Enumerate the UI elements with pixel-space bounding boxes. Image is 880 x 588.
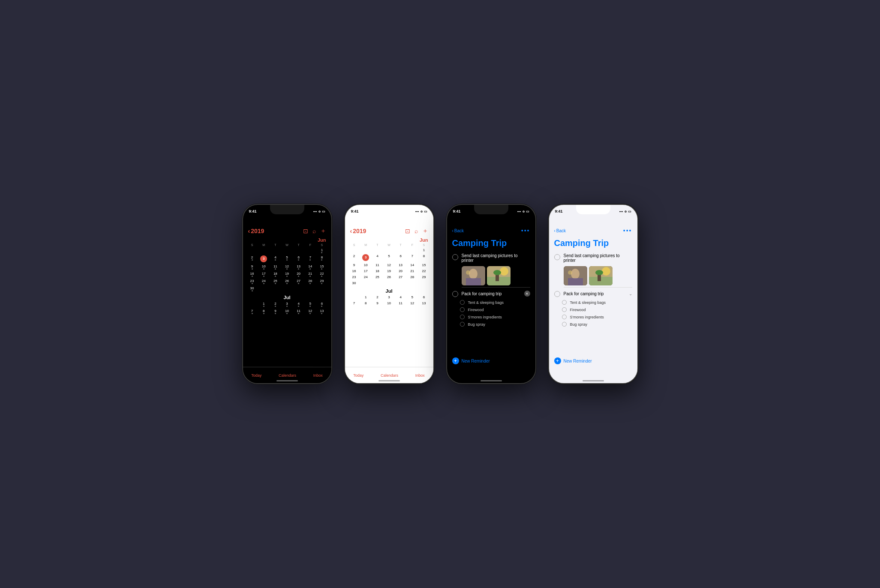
- svg-point-10: [571, 269, 580, 279]
- status-time-2: 9:41: [351, 209, 359, 213]
- rem-sub-checkbox-bugspray-3[interactable]: [460, 322, 465, 327]
- phone-3: 9:41 ▪▪▪ ⌾ ▭ ‹ Back ••• Camping Trip: [446, 204, 536, 384]
- cal-add-icon-2[interactable]: ＋: [422, 227, 428, 235]
- battery-icon-3: ▭: [526, 210, 529, 213]
- tab-today-1[interactable]: Today: [251, 373, 261, 378]
- phone-4: 9:41 ▪▪▪ ⌾ ▭ ‹ Back ••• Camping Trip: [548, 204, 638, 384]
- wifi-icon-4: ⌾: [625, 210, 627, 213]
- rem-sub-text-firewood-3: Firewood: [468, 308, 484, 312]
- dow-s: S: [246, 243, 258, 246]
- rem-sub-checkbox-tent-3[interactable]: [460, 300, 465, 305]
- tab-calendars-1[interactable]: Calendars: [279, 373, 296, 378]
- cal-year-2[interactable]: ‹ 2019: [350, 228, 366, 234]
- rem-sub-firewood-4: Firewood: [549, 306, 637, 313]
- signal-icon-3: ▪▪▪: [517, 210, 521, 213]
- signal-icon-4: ▪▪▪: [619, 210, 623, 213]
- dow-f: F: [304, 243, 316, 246]
- cal-magnify-icon-1[interactable]: ⌕: [312, 228, 316, 234]
- cal-search-icon-2[interactable]: ⊡: [405, 228, 410, 234]
- rem-image-1-4: [564, 266, 587, 285]
- plus-icon-4: +: [554, 357, 561, 364]
- wifi-icon-1: ⌾: [318, 210, 321, 213]
- expand-chevron-4[interactable]: ⌄: [629, 291, 632, 296]
- rem-sub-checkbox-firewood-3[interactable]: [460, 307, 465, 312]
- cal-add-icon-1[interactable]: ＋: [320, 227, 326, 235]
- new-reminder-label-3: New Reminder: [462, 359, 490, 363]
- cal-grid-1: Jun S M T W T F S 1 2345678 910111213141…: [243, 237, 331, 315]
- wifi-icon-3: ⌾: [523, 210, 525, 213]
- cal-month-jun-2: Jun: [348, 237, 430, 243]
- cal-back-chevron-2: ‹: [350, 228, 352, 234]
- back-button-4[interactable]: ‹ Back: [554, 228, 566, 233]
- dow-t2: T: [293, 243, 304, 246]
- svg-point-3: [466, 270, 470, 275]
- rem-title-4: Camping Trip: [549, 237, 637, 252]
- svg-point-15: [602, 267, 610, 276]
- more-menu-4[interactable]: •••: [623, 227, 632, 234]
- remove-badge-3[interactable]: ✕: [524, 291, 530, 297]
- cal-month-jul-2: Jul: [348, 288, 430, 294]
- rem-sub-checkbox-tent-4[interactable]: [562, 300, 567, 305]
- separator-3a: [462, 287, 530, 288]
- notch-4: [576, 205, 610, 214]
- tab-inbox-1[interactable]: Inbox: [313, 373, 323, 378]
- status-time-3: 9:41: [453, 209, 461, 213]
- rem-checkbox-send-4[interactable]: [554, 254, 560, 260]
- svg-point-12: [568, 270, 572, 275]
- rem-checkbox-send-3[interactable]: [452, 254, 458, 260]
- rem-nav-3: ‹ Back •••: [447, 215, 535, 237]
- svg-rect-11: [568, 278, 583, 285]
- new-reminder-4[interactable]: + New Reminder: [554, 357, 592, 364]
- phone-body-2: 9:41 ▪▪▪ ⌾ ▭ ‹ 2019 ⊡ ⌕: [344, 204, 434, 384]
- rem-sub-text-smores-3: S'mores ingredients: [468, 315, 502, 319]
- home-indicator-2: [378, 380, 400, 381]
- tab-inbox-2[interactable]: Inbox: [415, 373, 425, 378]
- cal-header-2: ‹ 2019 ⊡ ⌕ ＋: [345, 215, 433, 237]
- rem-text-send-3: Send last camping pictures to printer: [462, 253, 530, 263]
- tab-today-2[interactable]: Today: [353, 373, 363, 378]
- cal-header-1: ‹ 2019 ⊡ ⌕ ＋: [243, 215, 331, 237]
- rem-checkbox-pack-4[interactable]: [554, 291, 560, 297]
- cal-grid-2: Jun S M T W T F S 1 2345678 910111213141…: [345, 237, 433, 306]
- phone-2: 9:41 ▪▪▪ ⌾ ▭ ‹ 2019 ⊡ ⌕: [344, 204, 434, 384]
- status-time-4: 9:41: [555, 209, 563, 213]
- new-reminder-3[interactable]: + New Reminder: [452, 357, 490, 364]
- rem-checkbox-pack-3[interactable]: [452, 291, 458, 297]
- rem-sub-text-firewood-4: Firewood: [570, 308, 586, 312]
- notch-3: [474, 205, 508, 214]
- dow-row-2: S M T W T F S: [348, 243, 430, 246]
- phone-body-3: 9:41 ▪▪▪ ⌾ ▭ ‹ Back ••• Camping Trip: [446, 204, 536, 384]
- new-reminder-label-4: New Reminder: [564, 359, 592, 363]
- cal-year-label-1: 2019: [251, 228, 264, 234]
- notch-2: [372, 205, 406, 214]
- rem-sub-checkbox-smores-4[interactable]: [562, 315, 567, 319]
- status-icons-2: ▪▪▪ ⌾ ▭: [415, 210, 427, 213]
- rem-nav-4: ‹ Back •••: [549, 215, 637, 237]
- cal-search-icon-1[interactable]: ⊡: [303, 228, 308, 234]
- rem-sub-checkbox-smores-3[interactable]: [460, 315, 465, 319]
- svg-point-8: [493, 270, 501, 275]
- rem-sub-text-smores-4: S'mores ingredients: [570, 315, 604, 319]
- rem-sub-smores-3: S'mores ingredients: [447, 313, 535, 321]
- cal-year-1[interactable]: ‹ 2019: [248, 228, 264, 234]
- tab-calendars-2[interactable]: Calendars: [381, 373, 398, 378]
- rem-sub-checkbox-bugspray-4[interactable]: [562, 322, 567, 327]
- back-button-3[interactable]: ‹ Back: [452, 228, 464, 233]
- rem-text-pack-3: Pack for camping trip: [462, 291, 521, 296]
- rem-image-2-4: [589, 266, 613, 285]
- rem-item-send-3: Send last camping pictures to printer: [447, 252, 535, 264]
- cal-icon-group-1: ⊡ ⌕ ＋: [303, 227, 326, 235]
- cal-month-jul-1: Jul: [246, 295, 328, 300]
- rem-images-4: [564, 266, 632, 285]
- cal-back-chevron-1: ‹: [248, 228, 250, 234]
- notch-1: [270, 205, 304, 214]
- rem-item-send-4: Send last camping pictures to printer: [549, 252, 637, 264]
- more-menu-3[interactable]: •••: [521, 227, 530, 234]
- rem-sub-checkbox-firewood-4[interactable]: [562, 307, 567, 312]
- phones-container: 9:41 ▪▪▪ ⌾ ▭ ‹ 2019 ⊡ ⌕: [225, 187, 655, 401]
- svg-point-17: [595, 270, 603, 275]
- rem-sub-text-bugspray-4: Bug spray: [570, 322, 588, 327]
- screen-4: 9:41 ▪▪▪ ⌾ ▭ ‹ Back ••• Camping Trip: [549, 205, 637, 383]
- cal-magnify-icon-2[interactable]: ⌕: [414, 228, 418, 234]
- battery-icon-2: ▭: [424, 210, 427, 213]
